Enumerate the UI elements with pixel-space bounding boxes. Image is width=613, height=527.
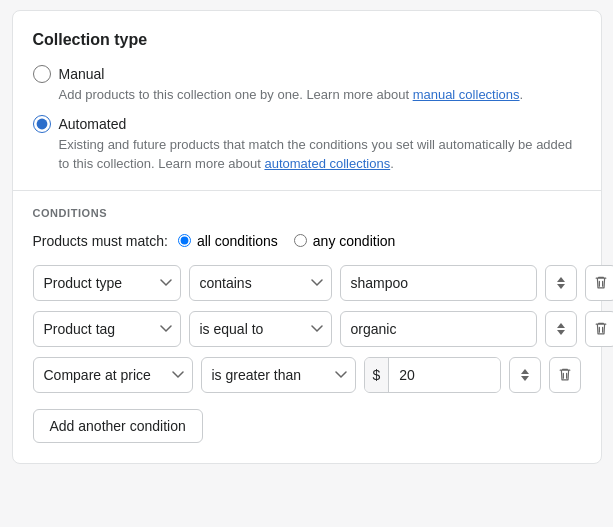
manual-option: Manual Add products to this collection o… bbox=[33, 65, 581, 105]
condition-3-price-input[interactable] bbox=[389, 358, 500, 392]
section-title: Collection type bbox=[33, 31, 581, 49]
manual-label[interactable]: Manual bbox=[59, 66, 105, 82]
condition-row-2: Product type Product tag Compare at pric… bbox=[33, 311, 581, 347]
condition-3-delete-button[interactable] bbox=[549, 357, 581, 393]
condition-1-value-input[interactable] bbox=[340, 265, 537, 301]
automated-option: Automated Existing and future products t… bbox=[33, 115, 581, 174]
condition-3-operator-select[interactable]: is greater than is less than is equal to… bbox=[201, 357, 356, 393]
arrow-up-icon bbox=[521, 369, 529, 374]
match-row: Products must match: all conditions any … bbox=[33, 233, 581, 249]
arrow-up-icon bbox=[557, 277, 565, 282]
divider bbox=[13, 190, 601, 191]
price-input-wrapper: $ bbox=[364, 357, 501, 393]
manual-description: Add products to this collection one by o… bbox=[59, 85, 581, 105]
trash-icon bbox=[557, 367, 573, 383]
condition-2-sort-button[interactable] bbox=[545, 311, 577, 347]
condition-2-type-select[interactable]: Product type Product tag Compare at pric… bbox=[33, 311, 181, 347]
condition-2-operator-select[interactable]: contains does not contain is equal to is… bbox=[189, 311, 332, 347]
condition-2-delete-button[interactable] bbox=[585, 311, 614, 347]
arrow-down-icon bbox=[521, 376, 529, 381]
trash-icon bbox=[593, 275, 609, 291]
condition-1-sort-button[interactable] bbox=[545, 265, 577, 301]
match-any-label: any condition bbox=[313, 233, 396, 249]
match-all-option[interactable]: all conditions bbox=[178, 233, 278, 249]
manual-radio[interactable] bbox=[33, 65, 51, 83]
automated-radio[interactable] bbox=[33, 115, 51, 133]
match-options: all conditions any condition bbox=[178, 233, 395, 249]
add-condition-button[interactable]: Add another condition bbox=[33, 409, 203, 443]
match-all-label: all conditions bbox=[197, 233, 278, 249]
collection-type-radio-group: Manual Add products to this collection o… bbox=[33, 65, 581, 174]
condition-1-type-select[interactable]: Product type Product tag Compare at pric… bbox=[33, 265, 181, 301]
condition-1-operator-select[interactable]: contains does not contain is equal to is… bbox=[189, 265, 332, 301]
arrow-down-icon bbox=[557, 284, 565, 289]
manual-collections-link[interactable]: manual collections bbox=[413, 87, 520, 102]
automated-label[interactable]: Automated bbox=[59, 116, 127, 132]
price-prefix: $ bbox=[365, 358, 390, 392]
condition-2-value-input[interactable] bbox=[340, 311, 537, 347]
condition-3-sort-button[interactable] bbox=[509, 357, 541, 393]
condition-row-3: Product type Product tag Compare at pric… bbox=[33, 357, 581, 393]
arrow-up-icon bbox=[557, 323, 565, 328]
trash-icon bbox=[593, 321, 609, 337]
collection-type-card: Collection type Manual Add products to t… bbox=[12, 10, 602, 464]
match-any-option[interactable]: any condition bbox=[294, 233, 396, 249]
condition-1-delete-button[interactable] bbox=[585, 265, 614, 301]
condition-row-1: Product type Product tag Compare at pric… bbox=[33, 265, 581, 301]
match-all-radio[interactable] bbox=[178, 234, 191, 247]
match-any-radio[interactable] bbox=[294, 234, 307, 247]
arrow-down-icon bbox=[557, 330, 565, 335]
automated-description: Existing and future products that match … bbox=[59, 135, 581, 174]
match-label: Products must match: bbox=[33, 233, 168, 249]
automated-collections-link[interactable]: automated collections bbox=[264, 156, 390, 171]
condition-3-type-select[interactable]: Product type Product tag Compare at pric… bbox=[33, 357, 193, 393]
conditions-header: CONDITIONS bbox=[33, 207, 581, 219]
